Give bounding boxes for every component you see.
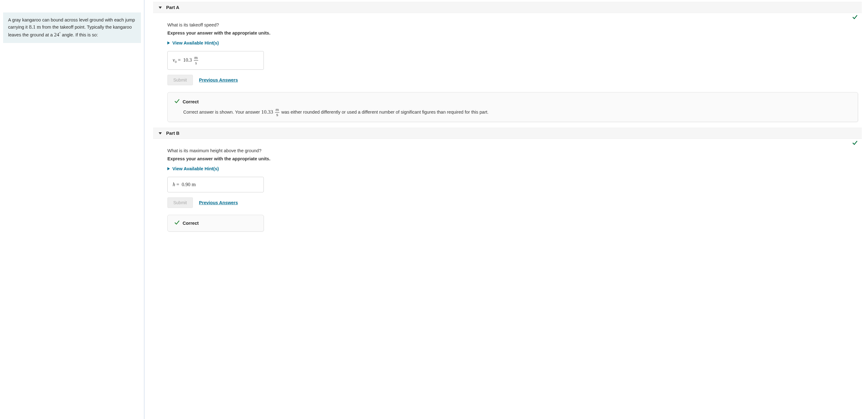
svg-marker-2 [159, 132, 162, 134]
part-b-answer-box: h = 0.90 m [167, 177, 264, 192]
answer-unit: ms [194, 56, 198, 65]
expand-icon [167, 166, 170, 171]
problem-text-3: angle. If this is so: [61, 32, 98, 37]
part-a: Part A What is its takeoff speed? Expres… [153, 2, 862, 122]
correct-label: Correct [183, 98, 199, 105]
svg-marker-3 [167, 167, 170, 170]
part-b-instruction: Express your answer with the appropriate… [167, 156, 858, 161]
problem-statement: A gray kangaroo can bound across level g… [3, 12, 141, 43]
part-a-header[interactable]: Part A [153, 2, 862, 13]
problem-angle: 24 [54, 32, 59, 38]
answer-unit: m [192, 181, 196, 187]
part-b: Part B What is its maximum height above … [153, 128, 862, 232]
hints-label: View Available Hint(s) [173, 40, 219, 46]
check-icon [175, 97, 180, 106]
correct-label: Correct [183, 220, 199, 227]
collapse-icon [159, 131, 162, 136]
part-a-instruction: Express your answer with the appropriate… [167, 31, 858, 35]
problem-distance-unit: m [37, 24, 41, 30]
part-b-question: What is its maximum height above the gro… [167, 148, 858, 153]
previous-answers-link[interactable]: Previous Answers [199, 200, 238, 205]
part-b-feedback: Correct [167, 215, 264, 232]
submit-button[interactable]: Submit [167, 197, 193, 208]
previous-answers-link[interactable]: Previous Answers [199, 78, 238, 83]
feedback-value: 10.33 [261, 109, 273, 115]
answer-eq: = [177, 57, 182, 63]
part-a-question: What is its takeoff speed? [167, 22, 858, 27]
answer-var: h [173, 182, 175, 187]
feedback-text-before: Correct answer is shown. Your answer [183, 110, 261, 115]
part-a-answer-box: v0 = 10.3 ms [167, 51, 264, 70]
answer-value: 0.90 [182, 182, 190, 187]
check-icon [175, 219, 180, 228]
part-b-title: Part B [166, 131, 180, 136]
part-b-status-check-icon [852, 140, 858, 147]
hints-label: View Available Hint(s) [173, 166, 219, 171]
problem-distance: 8.1 [29, 24, 35, 30]
collapse-icon [159, 5, 162, 10]
feedback-text-after: was either rounded differently or used a… [280, 110, 489, 115]
part-b-header[interactable]: Part B [153, 128, 862, 139]
submit-button[interactable]: Submit [167, 75, 193, 85]
view-hints-link[interactable]: View Available Hint(s) [167, 40, 219, 46]
part-a-title: Part A [166, 5, 179, 10]
expand-icon [167, 40, 170, 46]
view-hints-link[interactable]: View Available Hint(s) [167, 166, 219, 171]
part-a-status-check-icon [852, 14, 858, 21]
part-a-feedback: Correct Correct answer is shown. Your an… [167, 92, 858, 122]
svg-marker-0 [159, 6, 162, 9]
feedback-unit: ms [275, 108, 279, 117]
svg-marker-1 [167, 41, 170, 44]
answer-value: 10.3 [183, 57, 192, 63]
answer-eq: = [175, 182, 181, 187]
